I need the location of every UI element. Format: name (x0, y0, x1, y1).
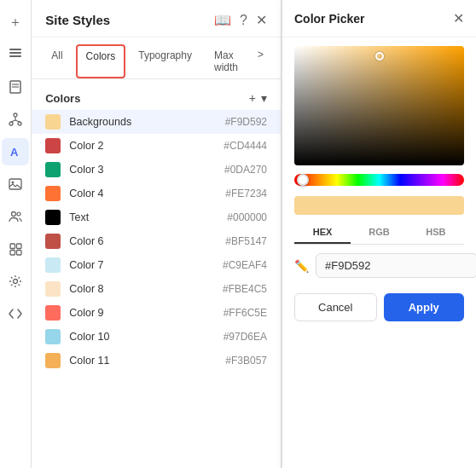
section-title: Colors (45, 92, 80, 105)
tab-maxwidth[interactable]: Max width (205, 44, 247, 78)
color-swatch (45, 329, 61, 344)
color-hex: #000000 (227, 211, 267, 223)
svg-rect-19 (10, 250, 15, 255)
hex-input[interactable] (316, 253, 476, 278)
color-item[interactable]: Color 10 #97D6EA (32, 325, 281, 349)
picker-actions: Cancel Apply (282, 286, 476, 333)
sidebar-icon-settings[interactable] (2, 268, 29, 295)
color-item[interactable]: Backgrounds #F9D592 (32, 110, 281, 134)
color-item[interactable]: Color 3 #0DA270 (32, 158, 281, 182)
panel-header: Site Styles 📖 ? ✕ (32, 0, 281, 38)
color-gradient-area[interactable] (294, 46, 464, 165)
color-name: Color 7 (69, 259, 223, 271)
svg-text:A: A (10, 146, 19, 159)
svg-line-10 (11, 120, 15, 122)
color-hex: #CD4444 (223, 140, 267, 152)
color-hex: #FE7234 (225, 188, 267, 199)
sidebar-icon-plus[interactable]: ＋ (2, 9, 29, 36)
options-button[interactable]: ▾ (261, 91, 267, 105)
color-name: Color 2 (69, 140, 223, 152)
svg-point-14 (12, 182, 15, 184)
picker-tabs: HEX RGB HSB (294, 222, 464, 245)
tab-all[interactable]: All (42, 44, 72, 78)
site-styles-panel: Site Styles 📖 ? ✕ All Colors Typography … (32, 0, 282, 468)
color-swatch (45, 234, 61, 249)
color-swatch (45, 281, 61, 297)
svg-rect-17 (10, 244, 15, 249)
color-item[interactable]: Color 11 #F3B057 (32, 349, 281, 373)
color-hex: #FF6C5E (223, 307, 267, 319)
svg-point-7 (9, 122, 13, 125)
svg-line-11 (15, 120, 20, 122)
color-item[interactable]: Color 2 #CD4444 (32, 134, 281, 158)
color-swatch (45, 353, 61, 368)
panel-title: Site Styles (45, 13, 110, 27)
tab-typography[interactable]: Typography (129, 44, 201, 78)
color-preview-bar (294, 196, 464, 215)
tab-colors[interactable]: Colors (76, 44, 126, 78)
sidebar-icon-grid[interactable] (2, 235, 29, 263)
sidebar-icon-page[interactable] (2, 73, 29, 101)
color-item[interactable]: Color 8 #FBE4C5 (32, 277, 281, 301)
color-hex: #F9D592 (225, 116, 267, 128)
svg-rect-13 (9, 179, 21, 189)
color-item[interactable]: Text #000000 (32, 205, 281, 229)
hue-cursor (297, 174, 309, 186)
svg-rect-18 (16, 244, 21, 249)
sidebar-icon-layers[interactable] (2, 41, 29, 68)
color-hex: #C9EAF4 (223, 259, 267, 271)
tabs-bar: All Colors Typography Max width > (32, 38, 281, 79)
picker-header: Color Picker ✕ (282, 0, 476, 38)
color-item[interactable]: Color 6 #BF5147 (32, 229, 281, 253)
color-name: Backgrounds (69, 116, 224, 128)
color-picker-panel: Color Picker ✕ HEX RGB HSB ✏️ Cancel App… (282, 0, 476, 468)
sidebar-icon-image[interactable] (2, 170, 29, 198)
color-hex: #BF5147 (225, 235, 267, 247)
svg-point-15 (12, 212, 16, 217)
close-icon[interactable]: ✕ (256, 12, 267, 28)
color-name: Color 11 (69, 355, 225, 367)
svg-point-16 (17, 212, 20, 216)
sidebar-icon-tree[interactable] (2, 106, 29, 133)
section-actions: + ▾ (249, 91, 267, 105)
picker-tab-hex[interactable]: HEX (294, 222, 351, 244)
svg-point-8 (18, 122, 21, 125)
tab-more[interactable]: > (251, 44, 270, 78)
color-swatch (45, 210, 61, 225)
add-color-button[interactable]: + (249, 91, 256, 105)
cancel-button[interactable]: Cancel (294, 293, 377, 321)
colors-section: Colors + ▾ Backgrounds #F9D592 Color 2 #… (32, 79, 281, 468)
gradient-cursor (375, 52, 384, 61)
svg-rect-0 (9, 52, 21, 54)
svg-rect-1 (9, 55, 21, 57)
color-item[interactable]: Color 7 #C9EAF4 (32, 253, 281, 277)
hex-input-row: ✏️ (282, 245, 476, 286)
book-icon[interactable]: 📖 (214, 12, 231, 28)
color-hex: #97D6EA (223, 331, 267, 343)
color-item[interactable]: Color 4 #FE7234 (32, 182, 281, 205)
color-name: Color 10 (69, 331, 223, 343)
color-item[interactable]: Color 9 #FF6C5E (32, 301, 281, 325)
sidebar-icon-code[interactable] (2, 300, 29, 327)
apply-button[interactable]: Apply (384, 293, 465, 321)
color-name: Color 8 (69, 283, 223, 295)
svg-rect-20 (16, 250, 21, 255)
help-icon[interactable]: ? (240, 13, 247, 28)
color-hex: #F3B057 (225, 355, 267, 367)
svg-rect-2 (9, 49, 21, 50)
picker-tab-hsb[interactable]: HSB (408, 222, 464, 244)
color-name: Color 3 (69, 164, 224, 176)
pencil-icon: ✏️ (294, 259, 309, 273)
picker-close-button[interactable]: ✕ (453, 10, 464, 26)
color-swatch (45, 162, 61, 177)
color-list: Backgrounds #F9D592 Color 2 #CD4444 Colo… (32, 110, 281, 373)
color-swatch (45, 257, 61, 273)
sidebar-icon-text[interactable]: A (2, 138, 29, 165)
picker-tab-rgb[interactable]: RGB (351, 222, 407, 244)
svg-point-6 (14, 113, 17, 117)
hue-slider[interactable] (294, 174, 464, 186)
color-name: Color 6 (69, 235, 225, 247)
color-swatch (45, 305, 61, 321)
sidebar-icon-people[interactable] (2, 203, 29, 230)
color-swatch (45, 138, 61, 153)
